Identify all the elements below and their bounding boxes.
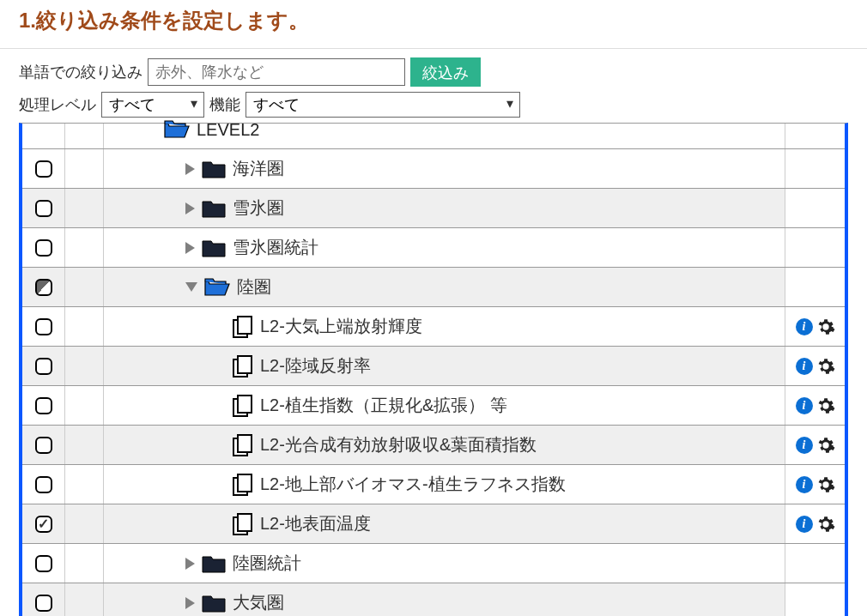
node-label[interactable]: L2-光合成有効放射吸収&葉面積指数 bbox=[260, 433, 537, 456]
tree-row: 雪氷圏 bbox=[22, 189, 845, 228]
tree-row: 海洋圏 bbox=[22, 149, 845, 189]
header-label: LEVEL2 bbox=[197, 120, 259, 140]
tree-row: L2-陸域反射率i bbox=[22, 347, 845, 386]
file-icon bbox=[233, 316, 253, 338]
node-label[interactable]: L2-大気上端放射輝度 bbox=[260, 315, 422, 338]
checkbox[interactable] bbox=[35, 437, 52, 454]
info-icon[interactable]: i bbox=[796, 397, 813, 414]
checkbox[interactable] bbox=[35, 200, 52, 217]
chevron-right-icon[interactable] bbox=[185, 163, 195, 175]
gear-icon[interactable] bbox=[816, 396, 835, 415]
info-icon[interactable]: i bbox=[796, 476, 813, 493]
tree: LEVEL2 海洋圏 雪氷圏 雪氷圏統計 陸圏 L2-大気上端放射輝度i L2-… bbox=[19, 123, 848, 616]
svg-rect-9 bbox=[238, 474, 252, 492]
checkbox[interactable] bbox=[35, 555, 52, 572]
gear-icon[interactable] bbox=[816, 317, 835, 336]
chevron-right-icon[interactable] bbox=[185, 202, 195, 214]
filter-bar: 単語での絞り込み 絞込み 処理レベル すべて 機能 すべて bbox=[0, 48, 867, 118]
gear-icon[interactable] bbox=[816, 436, 835, 455]
file-icon bbox=[233, 395, 253, 417]
node-label[interactable]: 雪氷圏 bbox=[233, 196, 284, 220]
checkbox[interactable] bbox=[35, 516, 52, 533]
info-icon[interactable]: i bbox=[796, 516, 813, 533]
filter-word-label: 単語での絞り込み bbox=[19, 62, 142, 82]
filter-level-select[interactable]: すべて bbox=[101, 92, 204, 118]
node-label[interactable]: L2-地表面温度 bbox=[260, 512, 371, 535]
chevron-right-icon[interactable] bbox=[185, 242, 195, 254]
gear-icon[interactable] bbox=[816, 475, 835, 494]
info-icon[interactable]: i bbox=[796, 318, 813, 335]
folder-icon bbox=[202, 160, 226, 178]
svg-rect-11 bbox=[238, 514, 252, 531]
chevron-right-icon[interactable] bbox=[185, 597, 195, 609]
tree-row: 陸圏 bbox=[22, 268, 845, 307]
filter-feature-label: 機能 bbox=[209, 94, 240, 115]
filter-word-input[interactable] bbox=[148, 58, 405, 86]
tree-row-header: LEVEL2 bbox=[22, 124, 845, 149]
folder-icon bbox=[202, 554, 226, 573]
checkbox[interactable] bbox=[35, 358, 52, 375]
checkbox[interactable] bbox=[35, 279, 52, 296]
info-icon[interactable]: i bbox=[796, 437, 813, 454]
folder-icon bbox=[202, 199, 226, 218]
checkbox[interactable] bbox=[35, 397, 52, 414]
svg-rect-7 bbox=[238, 435, 252, 452]
gear-icon[interactable] bbox=[816, 357, 835, 376]
checkbox[interactable] bbox=[35, 239, 52, 257]
node-label[interactable]: 海洋圏 bbox=[233, 157, 284, 180]
svg-rect-3 bbox=[238, 356, 252, 373]
folder-icon bbox=[202, 594, 226, 613]
node-label[interactable]: 陸圏統計 bbox=[233, 552, 301, 575]
chevron-right-icon[interactable] bbox=[185, 558, 195, 570]
tree-row: 大気圏 bbox=[22, 583, 845, 616]
file-icon bbox=[233, 513, 253, 535]
page-title: 1.絞り込み条件を設定します。 bbox=[0, 0, 867, 48]
node-label[interactable]: 雪氷圏統計 bbox=[233, 236, 318, 259]
file-icon bbox=[233, 474, 253, 496]
svg-rect-5 bbox=[238, 396, 252, 413]
tree-row: L2-植生指数（正規化&拡張） 等i bbox=[22, 386, 845, 426]
node-label[interactable]: L2-植生指数（正規化&拡張） 等 bbox=[260, 394, 507, 417]
tree-row: L2-大気上端放射輝度i bbox=[22, 307, 845, 347]
node-label[interactable]: L2-陸域反射率 bbox=[260, 354, 371, 377]
tree-row: 雪氷圏統計 bbox=[22, 228, 845, 268]
node-label[interactable]: L2-地上部バイオマス-植生ラフネス指数 bbox=[260, 473, 566, 496]
file-icon bbox=[233, 434, 253, 456]
checkbox[interactable] bbox=[35, 595, 52, 612]
gear-icon[interactable] bbox=[816, 515, 835, 534]
tree-row: L2-光合成有効放射吸収&葉面積指数i bbox=[22, 426, 845, 465]
tree-row: L2-地上部バイオマス-植生ラフネス指数i bbox=[22, 465, 845, 504]
filter-feature-select[interactable]: すべて bbox=[246, 92, 520, 118]
filter-level-label: 処理レベル bbox=[19, 94, 96, 115]
info-icon[interactable]: i bbox=[796, 358, 813, 375]
folder-icon bbox=[202, 239, 226, 257]
tree-row: L2-地表面温度i bbox=[22, 504, 845, 544]
node-label[interactable]: 大気圏 bbox=[233, 591, 284, 614]
chevron-down-icon[interactable] bbox=[185, 282, 197, 292]
folder-open-icon bbox=[204, 278, 230, 297]
checkbox[interactable] bbox=[35, 476, 52, 493]
folder-open-icon bbox=[164, 120, 190, 139]
svg-rect-1 bbox=[238, 317, 252, 334]
tree-row: 陸圏統計 bbox=[22, 544, 845, 583]
checkbox[interactable] bbox=[35, 318, 52, 335]
file-icon bbox=[233, 355, 253, 377]
filter-button[interactable]: 絞込み bbox=[410, 57, 481, 87]
checkbox[interactable] bbox=[35, 160, 52, 178]
node-label[interactable]: 陸圏 bbox=[237, 275, 271, 299]
